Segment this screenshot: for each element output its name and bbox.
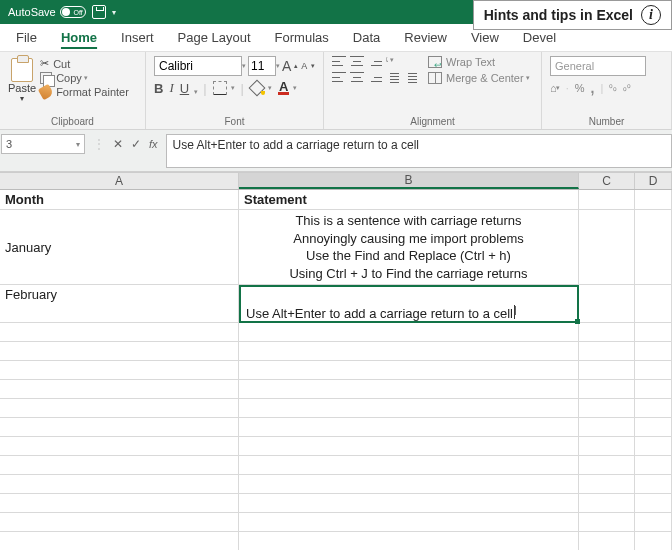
cell[interactable] bbox=[635, 342, 672, 361]
cell[interactable] bbox=[0, 513, 239, 532]
font-size-select[interactable] bbox=[248, 56, 276, 76]
cell[interactable] bbox=[239, 513, 579, 532]
cell[interactable]: February bbox=[0, 285, 239, 323]
cell[interactable] bbox=[579, 342, 635, 361]
cell[interactable] bbox=[0, 494, 239, 513]
save-icon[interactable] bbox=[92, 5, 106, 19]
cell[interactable]: Month bbox=[0, 190, 239, 210]
col-header-b[interactable]: B bbox=[239, 173, 579, 189]
chevron-down-icon[interactable]: ▾ bbox=[293, 84, 297, 92]
cell[interactable] bbox=[0, 399, 239, 418]
cell[interactable] bbox=[579, 494, 635, 513]
tab-file[interactable]: File bbox=[4, 24, 49, 51]
decrease-indent-icon[interactable] bbox=[386, 72, 400, 84]
cell[interactable] bbox=[635, 361, 672, 380]
cell[interactable] bbox=[635, 418, 672, 437]
cell[interactable] bbox=[0, 456, 239, 475]
align-top-icon[interactable] bbox=[332, 56, 346, 66]
confirm-edit-icon[interactable]: ✓ bbox=[131, 137, 141, 151]
cell[interactable] bbox=[579, 285, 635, 323]
align-right-icon[interactable] bbox=[368, 72, 382, 82]
tab-home[interactable]: Home bbox=[49, 24, 109, 51]
cell[interactable] bbox=[635, 456, 672, 475]
cell[interactable] bbox=[635, 380, 672, 399]
name-box[interactable]: 3 ▾ bbox=[1, 134, 85, 154]
chevron-down-icon[interactable]: ▾ bbox=[276, 62, 280, 70]
fill-handle[interactable] bbox=[575, 319, 580, 324]
increase-decimal-icon[interactable]: ⁰₀ bbox=[609, 83, 617, 93]
align-left-icon[interactable] bbox=[332, 72, 346, 82]
cell[interactable] bbox=[239, 323, 579, 342]
format-painter-button[interactable]: Format Painter bbox=[40, 86, 129, 98]
chevron-down-icon[interactable]: ▾ bbox=[242, 62, 246, 70]
cell[interactable] bbox=[239, 475, 579, 494]
increase-font-icon[interactable]: A bbox=[282, 57, 292, 75]
align-middle-icon[interactable] bbox=[350, 56, 364, 66]
cell[interactable] bbox=[579, 418, 635, 437]
cell[interactable]: Statement bbox=[239, 190, 579, 210]
cell[interactable] bbox=[579, 190, 635, 210]
cell[interactable] bbox=[635, 437, 672, 456]
cell[interactable] bbox=[635, 323, 672, 342]
cell[interactable] bbox=[239, 437, 579, 456]
cell[interactable] bbox=[0, 342, 239, 361]
cell[interactable] bbox=[579, 380, 635, 399]
merge-center-button[interactable]: Merge & Center ▾ bbox=[428, 72, 530, 84]
cell[interactable] bbox=[635, 399, 672, 418]
cell[interactable] bbox=[0, 475, 239, 494]
cell[interactable] bbox=[239, 494, 579, 513]
active-cell-editor[interactable]: Use Alt+Enter to add a carriage return t… bbox=[239, 285, 579, 323]
autosave-toggle[interactable]: AutoSave Off bbox=[8, 6, 86, 18]
number-format-select[interactable] bbox=[550, 56, 646, 76]
cell[interactable] bbox=[0, 532, 239, 550]
italic-button[interactable]: I bbox=[169, 80, 173, 96]
cell[interactable] bbox=[239, 399, 579, 418]
cell[interactable] bbox=[635, 285, 672, 323]
info-icon[interactable]: i bbox=[641, 5, 661, 25]
col-header-c[interactable]: C bbox=[579, 173, 635, 189]
bold-button[interactable]: B bbox=[154, 81, 163, 96]
cell[interactable] bbox=[579, 437, 635, 456]
orientation-icon[interactable]: ⤹▾ bbox=[384, 56, 394, 66]
cell[interactable] bbox=[579, 456, 635, 475]
cell[interactable] bbox=[239, 342, 579, 361]
comma-button[interactable]: , bbox=[591, 80, 595, 96]
cell[interactable] bbox=[0, 380, 239, 399]
align-bottom-icon[interactable] bbox=[368, 56, 382, 66]
fx-icon[interactable]: fx bbox=[149, 138, 158, 150]
tab-insert[interactable]: Insert bbox=[109, 24, 166, 51]
cell[interactable] bbox=[0, 323, 239, 342]
cell[interactable] bbox=[579, 361, 635, 380]
cell[interactable] bbox=[0, 361, 239, 380]
qat-dropdown-icon[interactable]: ▾ bbox=[112, 8, 116, 17]
tab-review[interactable]: Review bbox=[392, 24, 459, 51]
cell[interactable] bbox=[239, 361, 579, 380]
cell[interactable] bbox=[239, 456, 579, 475]
tab-page-layout[interactable]: Page Layout bbox=[166, 24, 263, 51]
wrap-text-button[interactable]: Wrap Text bbox=[428, 56, 530, 68]
decrease-font-icon[interactable]: A bbox=[300, 57, 310, 75]
fill-color-icon[interactable] bbox=[250, 81, 264, 95]
underline-button[interactable]: U bbox=[180, 81, 197, 96]
chevron-down-icon[interactable]: ▾ bbox=[231, 84, 235, 92]
copy-button[interactable]: Copy▾ bbox=[40, 72, 129, 84]
cell[interactable] bbox=[635, 210, 672, 285]
cell[interactable] bbox=[239, 532, 579, 550]
cell[interactable] bbox=[579, 210, 635, 285]
font-color-button[interactable]: A bbox=[278, 81, 289, 96]
cell[interactable] bbox=[635, 494, 672, 513]
cell[interactable] bbox=[635, 513, 672, 532]
cell[interactable] bbox=[239, 380, 579, 399]
cell[interactable] bbox=[579, 513, 635, 532]
increase-indent-icon[interactable] bbox=[404, 72, 418, 84]
col-header-a[interactable]: A bbox=[0, 173, 239, 189]
cell[interactable] bbox=[239, 418, 579, 437]
font-name-select[interactable] bbox=[154, 56, 242, 76]
cell[interactable]: This is a sentence with carriage returns… bbox=[239, 210, 579, 285]
formula-bar[interactable]: Use Alt+Enter to add a carriage return t… bbox=[166, 134, 672, 168]
cell[interactable] bbox=[579, 323, 635, 342]
cell[interactable]: January bbox=[0, 210, 239, 285]
cell[interactable] bbox=[0, 418, 239, 437]
chevron-down-icon[interactable]: ▾ bbox=[268, 84, 272, 92]
cell[interactable] bbox=[579, 399, 635, 418]
